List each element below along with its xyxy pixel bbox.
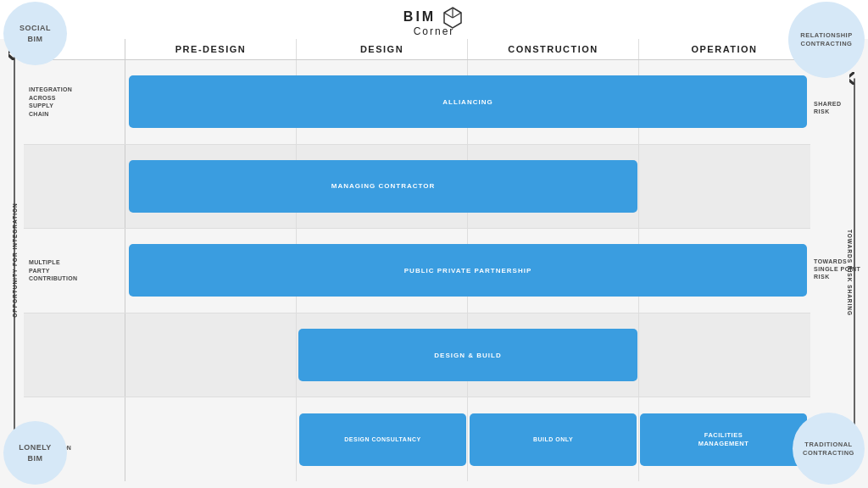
bar-managing-contractor-label: MANAGING CONTRACTOR — [331, 182, 435, 190]
row-design-build: DESIGN & BUILD — [24, 313, 810, 398]
bar-facilities-management: FACILITIES MANAGEMENT — [640, 413, 807, 466]
grid-rows: INTEGRATION ACROSS SUPPLY CHAIN ALLIANCI… — [24, 60, 810, 481]
row-label-integration: INTEGRATION ACROSS SUPPLY CHAIN — [24, 60, 125, 144]
bar-ppp-label: PUBLIC PRIVATE PARTNERSHIP — [404, 267, 531, 274]
svg-line-3 — [444, 13, 453, 18]
svg-line-2 — [453, 13, 461, 18]
row-alliancing: INTEGRATION ACROSS SUPPLY CHAIN ALLIANCI… — [24, 60, 810, 145]
bar-alliancing: ALLIANCING — [129, 75, 807, 128]
bar-managing-contractor: MANAGING CONTRACTOR — [129, 160, 637, 213]
alliancing-content: ALLIANCING — [125, 60, 810, 144]
logo-corner-text: Corner — [414, 25, 455, 37]
col-header-design: DESIGN — [297, 39, 468, 59]
logo-bim-text: BIM — [403, 9, 436, 25]
circle-lonely-bim: LONELY BIM — [3, 421, 67, 485]
bar-design-build-label: DESIGN & BUILD — [434, 352, 501, 359]
bar-design-consultancy-label: DESIGN CONSULTANCY — [344, 436, 420, 442]
circle-social-bim: SOCIAL BIM — [3, 2, 67, 65]
bar-design-consultancy: DESIGN CONSULTANCY — [299, 413, 466, 466]
grid-container: PRE-DESIGN DESIGN CONSTRUCTION OPERATION… — [24, 39, 810, 481]
design-build-content: DESIGN & BUILD — [125, 313, 810, 397]
ppp-content: PUBLIC PRIVATE PARTNERSHIP — [125, 229, 810, 313]
left-axis-label: OPPORTUNITY FOR INTEGRATION — [12, 202, 18, 317]
right-axis-label: TOWARDS RISK SHARING — [847, 230, 853, 316]
row-managing-contractor: MANAGING CONTRACTOR — [24, 145, 810, 230]
bar-ppp: PUBLIC PRIVATE PARTNERSHIP — [129, 244, 807, 297]
main-container: SOCIAL BIM RELATIONSHIP CONTRACTING LONE… — [0, 0, 868, 488]
circle-traditional-contracting: TRADITIONAL CONTRACTING — [793, 413, 865, 485]
bar-alliancing-label: ALLIANCING — [442, 98, 492, 106]
bar-build-only-label: BUILD ONLY — [533, 436, 573, 442]
bar-build-only: BUILD ONLY — [470, 413, 637, 466]
col-header-predesign: PRE-DESIGN — [125, 39, 297, 59]
col-header-operation: OPERATION — [639, 39, 810, 59]
bar-facilities-management-label: FACILITIES MANAGEMENT — [698, 431, 749, 448]
bar-design-build: DESIGN & BUILD — [298, 329, 637, 381]
row-label-multiple-party: MULTIPLE PARTY CONTRIBUTION — [24, 229, 125, 313]
managing-contractor-content: MANAGING CONTRACTOR — [125, 145, 810, 229]
column-headers: PRE-DESIGN DESIGN CONSTRUCTION OPERATION — [24, 39, 810, 60]
chart-wrapper: OPPORTUNITY FOR INTEGRATION PRE-DESIGN D… — [0, 39, 868, 488]
header: BIM Corner — [0, 0, 868, 39]
single-phase-content: DESIGN CONSULTANCY BUILD ONLY FACILITIES… — [125, 397, 810, 481]
row-single-phase: SINGLE PHASE APPLICATION — [24, 397, 810, 481]
row-label-empty2 — [24, 313, 125, 397]
logo: BIM Corner — [403, 5, 465, 37]
circle-relationship-contracting: RELATIONSHIP CONTRACTING — [788, 2, 865, 78]
left-axis: OPPORTUNITY FOR INTEGRATION — [7, 39, 22, 481]
col-header-construction: CONSTRUCTION — [468, 39, 639, 59]
row-ppp: MULTIPLE PARTY CONTRIBUTION PUBLIC PRIVA… — [24, 229, 810, 313]
row-label-empty1 — [24, 145, 125, 229]
